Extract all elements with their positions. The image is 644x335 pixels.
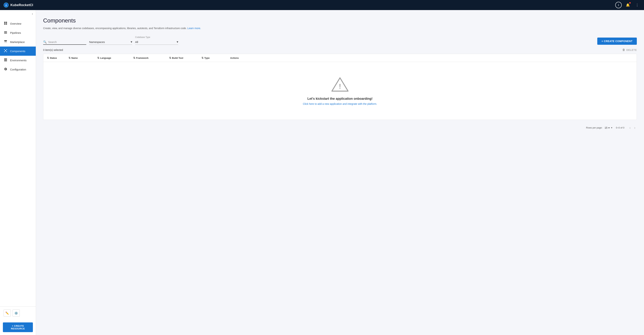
page-description-text: Create, view, and manage diverse codebas…	[43, 27, 187, 30]
create-resource-button[interactable]: + CREATE RESOURCE	[3, 322, 33, 332]
empty-state-title: Let's kickstart the application onboardi…	[308, 97, 372, 101]
pagination-nav: ‹ ›	[628, 125, 637, 130]
delete-icon: 🗑	[622, 48, 625, 52]
column-actions: Actions	[230, 56, 633, 59]
svg-rect-5	[4, 23, 6, 24]
components-table: ⇅ Status ⇅ Name ⇅ Language ⇅ Framework ⇅	[43, 54, 637, 120]
codebase-type-label: Codebase Type	[135, 36, 178, 38]
page-title: Components	[43, 17, 637, 24]
svg-rect-7	[4, 31, 7, 32]
column-language-label: Language	[100, 56, 111, 59]
rows-per-page-select[interactable]: 15	[604, 126, 610, 130]
overview-icon	[4, 22, 8, 26]
sidebar-item-pipelines[interactable]: Pipelines	[0, 28, 36, 38]
sidebar-item-marketplace-label: Marketplace	[10, 40, 25, 44]
sidebar: ‹ Overview	[0, 10, 36, 335]
svg-rect-9	[4, 33, 7, 34]
column-name[interactable]: ⇅ Name	[68, 56, 97, 59]
delete-label: DELETE	[626, 48, 637, 52]
search-icon: 🔍	[43, 40, 47, 44]
navbar-actions: i 🔔 ⋮	[615, 2, 640, 8]
sort-framework-icon: ⇅	[133, 56, 135, 59]
sort-build-tool-icon: ⇅	[169, 56, 171, 59]
sidebar-bottom-tools: ✏️ ⚙️	[0, 306, 36, 320]
sidebar-item-pipelines-label: Pipelines	[10, 31, 21, 34]
search-input[interactable]	[48, 40, 84, 44]
sidebar-item-overview-label: Overview	[10, 22, 22, 25]
create-component-button[interactable]: + CREATE COMPONENT	[597, 38, 637, 45]
navbar-title: KubeRocketCI	[10, 3, 33, 7]
environments-icon	[4, 58, 8, 62]
sidebar-toggle[interactable]: ‹	[0, 10, 36, 18]
column-type[interactable]: ⇅ Type	[202, 56, 230, 59]
sidebar-item-configuration[interactable]: Configuration	[0, 65, 36, 74]
codebase-type-select-arrow-icon: ▾	[177, 40, 178, 44]
rows-per-page-arrow-icon: ▾	[611, 126, 612, 129]
svg-point-15	[4, 52, 5, 52]
namespaces-select[interactable]: Namespaces	[89, 40, 130, 44]
sort-type-icon: ⇅	[202, 56, 204, 59]
table-header: ⇅ Status ⇅ Name ⇅ Language ⇅ Framework ⇅	[43, 54, 637, 62]
sort-name-icon: ⇅	[68, 56, 70, 59]
info-button[interactable]: i	[615, 2, 622, 8]
codebase-type-select[interactable]: All	[135, 40, 176, 44]
column-type-label: Type	[204, 56, 210, 59]
notification-dot	[629, 2, 631, 4]
svg-point-14	[6, 49, 7, 50]
column-framework[interactable]: ⇅ Framework	[133, 56, 169, 59]
pagination-next-button[interactable]: ›	[633, 125, 637, 130]
toolbar: 🔍 Namespaces ▾ Codebase Type All ▾	[43, 36, 637, 45]
svg-point-10	[5, 42, 6, 43]
namespaces-select-field: Namespaces ▾	[89, 39, 132, 45]
svg-rect-17	[4, 58, 7, 59]
sort-language-icon: ⇅	[97, 56, 99, 59]
namespaces-select-arrow-icon: ▾	[131, 40, 132, 44]
navbar-logo-icon	[4, 2, 8, 8]
column-build-tool[interactable]: ⇅ Build Tool	[169, 56, 202, 59]
svg-rect-3	[4, 22, 6, 23]
column-framework-label: Framework	[136, 56, 148, 59]
sidebar-item-marketplace[interactable]: Marketplace	[0, 38, 36, 46]
main-layout: ‹ Overview	[0, 10, 644, 335]
warning-triangle-icon: !	[331, 76, 349, 92]
sidebar-item-components[interactable]: Components	[0, 46, 36, 56]
pagination-prev-button[interactable]: ‹	[628, 125, 632, 130]
svg-rect-6	[6, 23, 7, 24]
notifications-button[interactable]: 🔔	[624, 2, 631, 8]
svg-rect-8	[4, 32, 7, 33]
pagination-range: 0–0 of 0	[616, 126, 624, 129]
sidebar-item-configuration-label: Configuration	[10, 68, 26, 71]
configuration-icon	[4, 68, 8, 72]
page-description: Create, view, and manage diverse codebas…	[43, 26, 637, 30]
components-icon	[4, 49, 8, 53]
svg-point-13	[4, 49, 5, 50]
delete-button[interactable]: 🗑 DELETE	[622, 48, 637, 52]
sidebar-nav: Overview Pipelines	[0, 18, 36, 306]
settings-tool-button[interactable]: ⚙️	[12, 310, 20, 317]
column-language[interactable]: ⇅ Language	[97, 56, 133, 59]
svg-point-16	[6, 52, 7, 52]
sidebar-item-environments-label: Environments	[10, 59, 26, 62]
svg-text:!: !	[339, 83, 341, 90]
navbar-brand: KubeRocketCI	[4, 2, 615, 8]
svg-point-1	[5, 6, 6, 6]
sidebar-item-components-label: Components	[10, 50, 25, 53]
column-build-tool-label: Build Tool	[172, 56, 183, 59]
marketplace-icon	[4, 40, 8, 44]
rows-per-page-label: Rows per page:	[586, 126, 602, 129]
empty-state-link[interactable]: Click here to add a new application and …	[303, 102, 377, 105]
more-menu-button[interactable]: ⋮	[634, 2, 640, 8]
sidebar-item-overview[interactable]: Overview	[0, 19, 36, 28]
learn-more-link[interactable]: Learn more.	[188, 27, 201, 30]
edit-tool-button[interactable]: ✏️	[4, 310, 11, 317]
pagination: Rows per page: 15 ▾ 0–0 of 0 ‹ ›	[43, 124, 637, 132]
svg-point-12	[5, 50, 6, 51]
sidebar-item-environments[interactable]: Environments	[0, 56, 36, 65]
search-field: 🔍	[43, 40, 86, 45]
svg-rect-18	[4, 60, 7, 60]
empty-state: ! Let's kickstart the application onboar…	[43, 62, 637, 120]
codebase-type-select-field: Codebase Type All ▾	[135, 36, 178, 45]
column-status[interactable]: ⇅ Status	[47, 56, 68, 59]
navbar: KubeRocketCI i 🔔 ⋮	[0, 0, 644, 10]
svg-point-11	[6, 42, 7, 43]
